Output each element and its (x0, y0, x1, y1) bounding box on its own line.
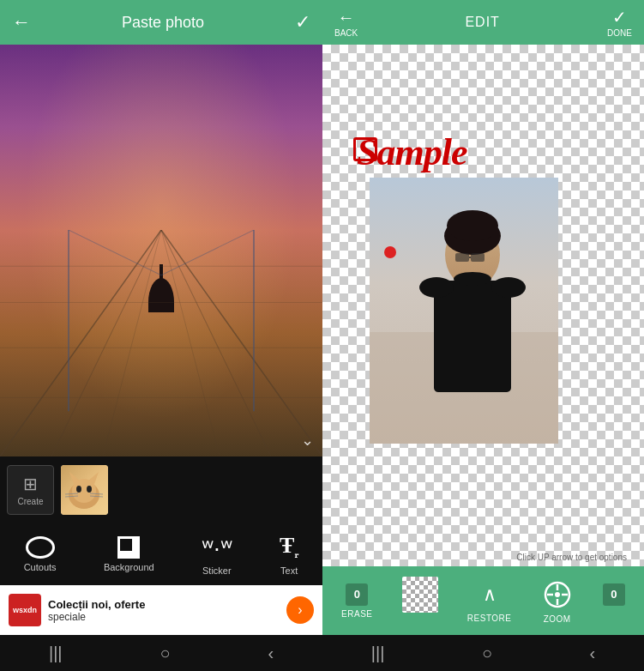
brush-icon (541, 578, 574, 611)
erase-tool[interactable]: 0 ERASE (334, 580, 379, 622)
page-title: Paste photo (122, 14, 204, 32)
ad-logo-text: wsxdn (13, 606, 37, 614)
create-label: Create (17, 497, 43, 506)
right-nav-bar: ||| ○ ‹ (322, 635, 644, 671)
canvas-area[interactable]: Sample (322, 45, 644, 566)
svg-point-35 (454, 272, 491, 286)
chevron-up-icon: ∧ (474, 579, 505, 610)
right-header: ← BACK EDIT ✓ DONE (322, 0, 644, 45)
svg-point-19 (87, 486, 92, 493)
svg-line-12 (69, 230, 161, 275)
right-nav-home-icon[interactable]: ○ (482, 644, 492, 663)
svg-line-4 (103, 230, 161, 456)
svg-rect-30 (471, 253, 485, 262)
text-label: Text (280, 565, 298, 576)
restore-label: RESTORE (467, 614, 512, 623)
erase-counter: 0 (346, 583, 368, 606)
ad-title: Colecții noi, oferte (48, 598, 280, 611)
svg-point-28 (447, 210, 498, 241)
done-label: DONE (607, 28, 632, 38)
bridge-grid (0, 230, 322, 456)
background-tool[interactable]: Background (95, 531, 163, 577)
done-check-icon: ✓ (612, 7, 627, 27)
svg-line-5 (161, 230, 220, 456)
nav-menu-icon[interactable]: ||| (49, 644, 63, 663)
sample-text-element[interactable]: Sample (357, 130, 466, 174)
cat-thumbnail[interactable] (61, 465, 108, 515)
zoom-tool[interactable]: ZOOM (534, 575, 581, 627)
erase-label: ERASE (341, 609, 372, 619)
left-panel: ← Paste photo ✓ (0, 0, 322, 671)
zoom-label: ZOOM (544, 614, 571, 624)
text-icon: Ŧᵣ (280, 533, 298, 561)
chevron-down-icon[interactable]: ⌄ (301, 431, 314, 450)
right-panel: ← BACK EDIT ✓ DONE Sample (322, 0, 644, 671)
left-nav-bar: ||| ○ ‹ (0, 635, 322, 671)
red-dot-indicator (384, 246, 396, 258)
svg-line-13 (161, 230, 254, 275)
ad-text-content: Colecții noi, oferte speciale (48, 598, 280, 623)
right-nav-menu-icon[interactable]: ||| (371, 644, 385, 663)
sticker-tool[interactable]: ʷ·ʷ Sticker (193, 529, 241, 581)
bridge-svg (0, 230, 322, 456)
nav-home-icon[interactable]: ○ (159, 644, 170, 663)
ad-logo: wsxdn (9, 594, 41, 626)
left-header: ← Paste photo ✓ (0, 0, 322, 45)
checker-preview-box (402, 577, 438, 613)
edit-title: EDIT (465, 15, 499, 30)
erase-tool-top: 0 (346, 583, 368, 606)
svg-point-34 (491, 277, 526, 298)
right-counter-tool[interactable]: 0 - (596, 580, 632, 622)
ad-arrow-button[interactable]: › (286, 596, 314, 624)
cutout-icon (26, 536, 55, 559)
background-label: Background (104, 562, 154, 572)
svg-line-1 (161, 230, 322, 456)
svg-line-0 (0, 230, 161, 456)
svg-point-18 (76, 486, 81, 493)
ad-subtitle: speciale (48, 611, 280, 623)
svg-point-41 (555, 592, 560, 597)
brush-svg (543, 580, 572, 609)
bottom-toolbar: Cutouts Background ʷ·ʷ Sticker Ŧᵣ Text (0, 523, 322, 585)
confirm-icon[interactable]: ✓ (295, 11, 310, 33)
back-button[interactable]: ← BACK (334, 8, 358, 38)
svg-point-33 (419, 277, 454, 298)
canvas-inner: Sample (322, 45, 644, 566)
ad-banner[interactable]: wsxdn Colecții noi, oferte speciale › (0, 585, 322, 635)
right-counter: 0 (603, 583, 625, 606)
person-photo (370, 178, 558, 444)
canvas-hint-text: Click UP arrow to get options (516, 553, 627, 562)
cutouts-tool[interactable]: Cutouts (15, 531, 65, 577)
back-arrow-icon[interactable]: ← (12, 11, 31, 33)
text-tool[interactable]: Ŧᵣ Text (271, 528, 307, 580)
person-background (370, 178, 558, 444)
done-button[interactable]: ✓ DONE (607, 7, 632, 38)
sticker-label: Sticker (202, 565, 232, 576)
cat-svg (61, 465, 108, 515)
svg-rect-32 (434, 281, 511, 392)
main-photo-area: ⌄ (0, 45, 322, 456)
back-arrow-icon: ← (338, 8, 355, 27)
sticker-icon: ʷ·ʷ (202, 534, 232, 562)
svg-rect-29 (455, 253, 469, 262)
edit-toolbar: 0 ERASE - ∧ RESTORE (322, 566, 644, 635)
person-svg (370, 178, 558, 444)
preview-tool[interactable]: - (395, 573, 445, 629)
create-button[interactable]: ⊞ Create (7, 465, 54, 515)
background-icon (117, 536, 140, 559)
nav-back-icon[interactable]: ‹ (268, 644, 274, 663)
restore-tool[interactable]: ∧ RESTORE (460, 576, 519, 626)
back-label: BACK (334, 28, 358, 38)
thumbnail-strip: ⊞ Create (0, 456, 322, 523)
cutouts-label: Cutouts (24, 562, 57, 572)
photo-background: ⌄ (0, 45, 322, 456)
cat-image (61, 465, 108, 515)
plus-icon: ⊞ (23, 474, 38, 494)
right-nav-back-icon[interactable]: ‹ (590, 644, 596, 663)
